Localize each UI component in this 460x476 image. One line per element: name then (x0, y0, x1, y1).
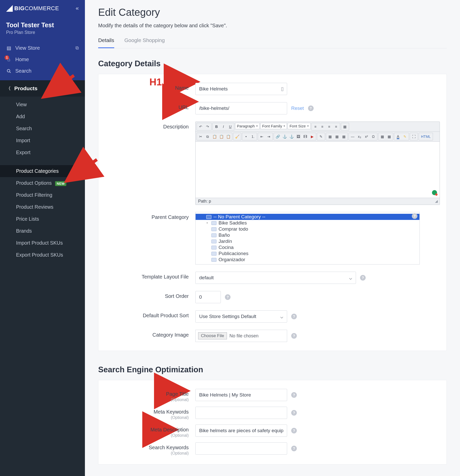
tree-row[interactable]: -- No Parent Category -- (196, 214, 419, 220)
more-icon[interactable]: ▦ (342, 124, 348, 130)
input-sort-order[interactable] (195, 291, 221, 303)
sup-icon[interactable]: x² (363, 134, 370, 140)
collapse-sidebar-icon[interactable]: « (76, 5, 79, 12)
list-number-icon[interactable]: 1. (250, 134, 256, 140)
subnav-export-skus[interactable]: Export Product SKUs (0, 249, 85, 261)
bookmark-icon: ▯ (281, 86, 284, 92)
help-icon[interactable]: ? (308, 105, 314, 111)
bg-color-icon[interactable]: ✎ (402, 134, 408, 140)
cut-icon[interactable]: ✂ (197, 134, 204, 140)
subnav-product-reviews[interactable]: Product Reviews (0, 201, 85, 213)
subnav-product-options[interactable]: Product Options NEW (0, 177, 85, 189)
parent-category-tree[interactable]: ? -- No Parent Category --+Bike SaddlesC… (195, 212, 420, 265)
hr-icon[interactable]: — (349, 134, 356, 140)
nav-search[interactable]: Search (0, 65, 85, 77)
editor-font-size-select[interactable]: Font Size▾ (288, 123, 310, 129)
fullscreen-icon[interactable]: ⛶ (411, 134, 417, 140)
subnav-add[interactable]: Add (0, 111, 85, 123)
editor-body[interactable] (196, 142, 440, 198)
align-justify-icon[interactable]: ≡ (333, 124, 339, 130)
anchor-icon[interactable]: ⚓ (288, 134, 295, 140)
paste-word-icon[interactable]: 📋 (225, 134, 232, 140)
subnav-brands[interactable]: Brands (0, 225, 85, 237)
tab-details[interactable]: Details (98, 37, 114, 48)
url-reset-link[interactable]: Reset (291, 105, 304, 111)
input-meta-keywords[interactable] (195, 407, 287, 419)
help-icon[interactable]: ? (291, 333, 297, 339)
help-icon[interactable]: ? (291, 410, 297, 416)
tree-row[interactable]: Organizador (196, 257, 419, 263)
align-right-icon[interactable]: ≡ (326, 124, 333, 130)
image-icon[interactable]: 🖼 (295, 134, 302, 140)
subnav-price-lists[interactable]: Price Lists (0, 213, 85, 225)
youtube-icon[interactable]: ▶ (309, 134, 315, 140)
tree-row[interactable]: Jardín (196, 238, 419, 244)
align-center-icon[interactable]: ≡ (319, 124, 326, 130)
list-bullet-icon[interactable]: • (243, 134, 249, 140)
redo-icon[interactable]: ↷ (204, 124, 211, 130)
subnav-import[interactable]: Import (0, 135, 85, 147)
subnav-search[interactable]: Search (0, 123, 85, 135)
select-default-sort[interactable]: Use Store Settings Default ⌵ (195, 310, 287, 323)
tab-google-shopping[interactable]: Google Shopping (124, 37, 165, 48)
link-icon[interactable]: 🔗 (274, 134, 281, 140)
sub-icon[interactable]: x₂ (356, 134, 363, 140)
help-icon[interactable]: ? (360, 275, 366, 281)
outdent-icon[interactable]: ⇤ (259, 134, 265, 140)
brand-logo[interactable]: BIGCOMMERCE (6, 5, 59, 12)
italic-icon[interactable]: I (220, 124, 227, 130)
select-template[interactable]: default ⌵ (195, 272, 356, 284)
edit-icon[interactable]: ✎ (318, 134, 324, 140)
help-icon[interactable]: ? (291, 392, 297, 398)
unlink-icon[interactable]: ⚓ (281, 134, 288, 140)
input-category-image[interactable]: Choose File No file chosen (195, 330, 287, 342)
paste-icon[interactable]: 📋 (211, 134, 218, 140)
sidebar-section-products[interactable]: 〈 Products (0, 80, 85, 97)
help-icon[interactable]: ? (291, 428, 297, 433)
nav-view-store[interactable]: ▤ View Store ⧉ (0, 42, 85, 54)
search-icon (6, 69, 12, 73)
subnav-import-skus[interactable]: Import Product SKUs (0, 237, 85, 249)
embed2-icon[interactable]: ▦ (386, 134, 392, 140)
underline-icon[interactable]: U (227, 124, 234, 130)
choose-file-button[interactable]: Choose File (198, 332, 227, 339)
table-col-icon[interactable]: ▦ (340, 134, 347, 140)
table-icon[interactable]: ▦ (327, 134, 333, 140)
char-icon[interactable]: Ω (370, 134, 377, 140)
subnav-product-categories[interactable]: Product Categories (0, 165, 85, 177)
undo-icon[interactable]: ↶ (197, 124, 204, 130)
input-name[interactable] (195, 83, 287, 95)
input-page-title[interactable] (195, 389, 287, 401)
tree-row[interactable]: Comprar todo (196, 226, 419, 232)
tree-row[interactable]: Publicaciones (196, 250, 419, 257)
tree-row[interactable]: Cocina (196, 244, 419, 250)
help-icon[interactable]: ? (412, 213, 417, 219)
tree-expander-icon[interactable]: + (206, 221, 209, 225)
clear-format-icon[interactable]: 🧹 (234, 134, 240, 140)
subnav-export[interactable]: Export (0, 147, 85, 158)
html-icon[interactable]: HTML (419, 134, 432, 140)
bold-icon[interactable]: B (213, 124, 220, 130)
subnav-view[interactable]: View (0, 99, 85, 111)
input-search-keywords[interactable] (195, 442, 287, 455)
copy-icon[interactable]: ⧉ (204, 134, 211, 140)
table-row-icon[interactable]: ▦ (334, 134, 340, 140)
nav-home[interactable]: ⌂ 1 Home (0, 54, 85, 65)
input-url[interactable] (195, 102, 287, 114)
editor-font-family-select[interactable]: Font Family▾ (260, 123, 287, 129)
tree-row[interactable]: +Bike Saddles (196, 220, 419, 226)
text-color-icon[interactable]: A (395, 134, 401, 140)
indent-icon[interactable]: ⇥ (265, 134, 272, 140)
help-icon[interactable]: ? (291, 446, 297, 451)
tree-row[interactable]: Baño (196, 232, 419, 238)
subnav-product-filtering[interactable]: Product Filtering (0, 189, 85, 201)
editor-paragraph-select[interactable]: Paragraph▾ (235, 123, 260, 129)
media-icon[interactable]: 🎞 (302, 134, 309, 140)
embed-icon[interactable]: ▦ (379, 134, 386, 140)
paste-text-icon[interactable]: 📋 (218, 134, 225, 140)
help-icon[interactable]: ? (291, 314, 297, 319)
help-icon[interactable]: ? (225, 294, 231, 300)
resize-handle-icon[interactable]: ◢ (435, 199, 437, 204)
align-left-icon[interactable]: ≡ (312, 124, 319, 130)
input-meta-description[interactable] (195, 425, 287, 437)
